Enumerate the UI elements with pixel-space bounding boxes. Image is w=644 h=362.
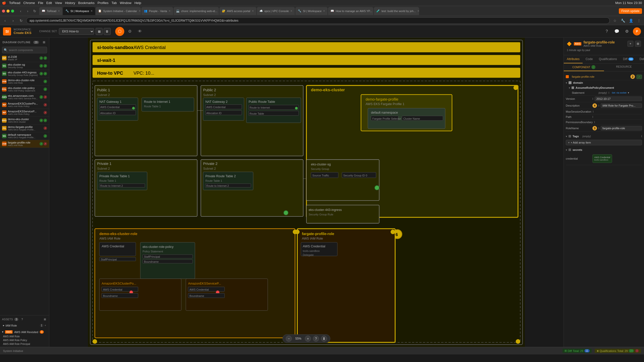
- refresh-btn[interactable]: ↻: [32, 8, 38, 14]
- tab-close-btn[interactable]: ✕: [139, 10, 141, 12]
- list-item[interactable]: EIP sl-2108 Elastic IP ✓ ✓: [0, 54, 49, 62]
- list-item[interactable]: RP AmazonEKSServiceP... AWS IAM Role Pol…: [0, 109, 49, 117]
- tab-close-btn[interactable]: ✕: [58, 10, 60, 12]
- assume-policy-header[interactable]: ▾ AssumeRolePolicyDocument: [569, 85, 642, 90]
- role-name-edit-icon[interactable]: I: [598, 127, 599, 130]
- asset-add-icon[interactable]: +: [45, 324, 46, 327]
- tab-close-btn[interactable]: ✕: [290, 10, 292, 12]
- list-item[interactable]: EKS demo-eks-cluster AWS EKS Cluster ✓ ✓: [0, 117, 49, 124]
- aws-iam-policy-item[interactable]: AWS IAM Role Policy: [2, 338, 47, 342]
- browser-tab-test[interactable]: 🧪 test: build the world by joh... ✕: [374, 7, 419, 15]
- tab-close-btn[interactable]: ✕: [169, 10, 171, 12]
- search-input[interactable]: [2, 47, 47, 53]
- component-qualify-btn[interactable]: ✓: [636, 75, 642, 79]
- browser-tab-toread[interactable]: 📖 ToRead ✕: [39, 7, 62, 15]
- menu-tab[interactable]: Tab: [111, 1, 117, 5]
- browser-tab-aws[interactable]: 🔐 AWS access portal ✕: [219, 7, 256, 15]
- user-avatar-btn[interactable]: P: [633, 27, 641, 35]
- tab-close-btn[interactable]: ✕: [91, 10, 93, 12]
- secrets-header[interactable]: ▾ secrets: [566, 147, 642, 152]
- center-canvas[interactable]: si-tools-sandbox AWS Credential sl-wait-…: [49, 38, 564, 347]
- bookmark-icon[interactable]: ☆: [612, 18, 618, 24]
- aws-iam-principal-item[interactable]: AWS IAM Role Principal: [2, 342, 47, 346]
- version-edit-icon[interactable]: I: [592, 98, 593, 100]
- diff-status-badge[interactable]: ⊞ Diff Total: 29 11: [562, 349, 592, 353]
- profile-icon[interactable]: 👤: [628, 18, 634, 24]
- domain-header[interactable]: ▾ D domain: [566, 80, 642, 85]
- tab-close-btn[interactable]: ✕: [323, 10, 325, 12]
- browser-tab-chore[interactable]: 💻 chore: implementing web-id... ✕: [174, 7, 219, 15]
- tags-header[interactable]: ▾ Tags (empty) I: [566, 134, 642, 139]
- browser-tab-howto[interactable]: 📖 How to manage an AWS YP... ✕: [328, 7, 373, 15]
- permissions-edit-icon[interactable]: I: [594, 121, 595, 124]
- finish-update-button[interactable]: Finish update: [619, 8, 642, 14]
- address-input[interactable]: [26, 17, 610, 24]
- list-item[interactable]: IAM fargate-profile-role AWS IAM Role ✓ …: [0, 140, 49, 148]
- description-edit-icon[interactable]: I: [598, 104, 599, 107]
- assets-help-btn[interactable]: ?: [20, 317, 24, 322]
- cs-delete-btn[interactable]: 🗑: [104, 28, 111, 35]
- tab-debug[interactable]: Debug: [636, 55, 644, 63]
- menu-history[interactable]: History: [65, 1, 75, 5]
- download-btn[interactable]: ⬇: [321, 336, 327, 342]
- resource-tab[interactable]: RESOURCE: [604, 64, 644, 71]
- tab-qualifications[interactable]: Qualifications: [596, 55, 620, 63]
- panel-copy-btn[interactable]: ⊞: [635, 41, 641, 47]
- zoom-out-btn[interactable]: −: [286, 336, 292, 342]
- browser-tab-vpc[interactable]: ☁️ vpcs | VPC Console ✕: [257, 7, 295, 15]
- discord-icon-btn[interactable]: 💬: [613, 27, 621, 35]
- menu-icon[interactable]: ⋮: [636, 18, 642, 24]
- qualifications-status-badge[interactable]: ◈ Qualifications Total: 29 29 0: [595, 349, 641, 353]
- statement-dropdown-icon[interactable]: ▾: [628, 92, 629, 94]
- view-mode-btn[interactable]: 👁: [135, 27, 144, 36]
- list-item[interactable]: AWS eks.amazonaws.com AWS IAM AWS Servic…: [0, 93, 49, 101]
- list-item[interactable]: SG eks-cluster-sg Security Group ✓ ✓: [0, 62, 49, 70]
- component-tab[interactable]: COMPONENT ✓: [564, 64, 604, 71]
- change-set-select[interactable]: EKS How-to: [59, 28, 94, 35]
- tags-edit-icon[interactable]: I: [641, 135, 642, 138]
- list-item[interactable]: NS default namespace AWS EKS Fargate Pro…: [0, 132, 49, 140]
- tab-close-btn[interactable]: ✕: [417, 10, 419, 12]
- menu-chrome[interactable]: Chrome: [23, 1, 35, 5]
- browser-tab-calendar[interactable]: 📋 System Initiative - Calendar ✕: [96, 7, 141, 15]
- tab-code[interactable]: Code: [583, 55, 596, 63]
- apple-menu[interactable]: 🍎: [2, 1, 6, 5]
- panel-plus-btn[interactable]: +: [627, 41, 633, 47]
- list-item[interactable]: RP AmazonEKSClusterPo... AWS IAM Role Po…: [0, 101, 49, 109]
- max-session-edit-icon[interactable]: I: [593, 110, 594, 113]
- menu-toread[interactable]: ToRead: [9, 1, 20, 5]
- back-btn[interactable]: ‹: [18, 8, 24, 14]
- add-array-item-btn[interactable]: + + Add array item: [566, 140, 642, 145]
- menu-view[interactable]: View: [55, 1, 62, 5]
- browser-tab-vanta[interactable]: 👥 People - Vanta ✕: [141, 7, 173, 15]
- list-item[interactable]: IAM demo-eks-cluster-role AWS IAM Role ✓: [0, 78, 49, 85]
- aws-iam-role-item[interactable]: AWS IAM Role: [2, 335, 47, 338]
- close-window-btn[interactable]: [2, 10, 5, 13]
- forward-btn[interactable]: ›: [25, 8, 31, 14]
- extensions-icon[interactable]: 🔧: [620, 18, 626, 24]
- settings-icon-btn[interactable]: ⚙: [623, 27, 631, 35]
- minimize-window-btn[interactable]: [7, 10, 10, 13]
- filter-btn[interactable]: ⊞: [42, 40, 47, 45]
- list-item[interactable]: POL eks-cluster-role-policy AWS IAM Poli…: [0, 85, 49, 93]
- menu-bookmarks[interactable]: Bookmarks: [78, 1, 95, 5]
- assets-filter-btn[interactable]: ⊞: [43, 317, 47, 322]
- zoom-help-btn[interactable]: ?: [313, 336, 319, 342]
- zoom-in-btn[interactable]: +: [305, 336, 311, 342]
- diagram-canvas[interactable]: si-tools-sandbox AWS Credential sl-wait-…: [49, 38, 564, 347]
- refresh-icon[interactable]: ↻: [18, 18, 24, 24]
- menu-file[interactable]: File: [38, 1, 43, 5]
- menu-edit[interactable]: Edit: [46, 1, 52, 5]
- forward-icon[interactable]: ›: [10, 18, 16, 24]
- diagram-mode-btn[interactable]: ⬡: [115, 27, 124, 36]
- path-edit-icon[interactable]: I: [592, 116, 593, 118]
- back-icon[interactable]: ‹: [2, 18, 8, 24]
- browser-tab-workspace[interactable]: 🔧 SI | Workspace ✕: [63, 7, 95, 15]
- tab-diff[interactable]: Diff 11: [620, 55, 636, 63]
- statement-edit-icon[interactable]: I: [609, 92, 609, 94]
- asset-type-item[interactable]: ▸ IAM Role 1 +: [2, 323, 47, 328]
- tab-attributes[interactable]: Attributes: [564, 55, 583, 63]
- cs-apply-btn[interactable]: ▦: [96, 28, 103, 35]
- browser-tab-si2[interactable]: 🔧 SI | Workspace ✕: [295, 7, 328, 15]
- menu-help[interactable]: Help: [134, 1, 141, 5]
